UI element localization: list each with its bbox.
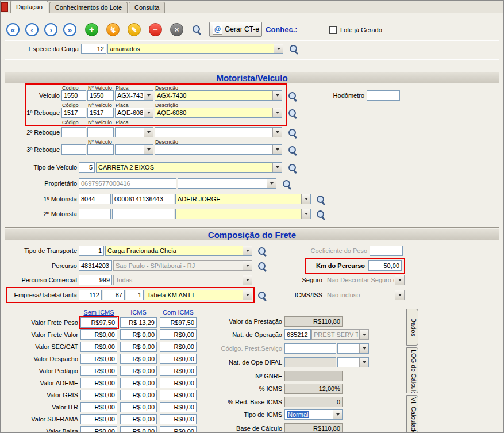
combo-arrow-icon[interactable]: [144, 128, 153, 137]
search-icon[interactable]: [316, 210, 326, 220]
tipo-transporte-codigo-field[interactable]: 1: [79, 246, 104, 256]
valor-sem-icms-field[interactable]: R$0,00: [80, 366, 117, 376]
valor-com-icms-field[interactable]: R$0,00: [160, 390, 197, 400]
combo-arrow-icon[interactable]: [272, 163, 282, 172]
valor-sem-icms-field[interactable]: R$97,50: [80, 317, 117, 328]
combo-arrow-icon[interactable]: [272, 108, 282, 117]
tipo-veiculo-combo[interactable]: CARRETA 2 EIXOS: [96, 162, 282, 173]
hodometro-field[interactable]: [367, 90, 400, 101]
nat-ope-difal-field[interactable]: [284, 357, 336, 367]
execute-button[interactable]: ↯: [106, 23, 120, 36]
valor-com-icms-field[interactable]: R$97,50: [160, 317, 197, 328]
reboque3-placa-combo[interactable]: [115, 144, 153, 155]
reboque2-placa-combo[interactable]: [115, 127, 153, 137]
valor-com-icms-field[interactable]: R$0,00: [160, 329, 197, 340]
motorista2-nome-combo[interactable]: [175, 209, 311, 219]
reboque2-numero-field[interactable]: [87, 127, 114, 137]
window-corner-button[interactable]: [1, 2, 8, 12]
valor-com-icms-field[interactable]: R$0,00: [160, 366, 197, 376]
motorista2-documento-field[interactable]: [112, 209, 174, 219]
nat-ope-difal-combo[interactable]: [337, 357, 369, 367]
nat-operacao-codigo-field[interactable]: 635212: [284, 329, 311, 340]
reboque1-placa-combo[interactable]: AQE-6080: [115, 108, 153, 118]
cancel-button[interactable]: ×: [170, 23, 183, 36]
percurso-comercial-codigo-field[interactable]: 999: [79, 275, 112, 285]
reboque2-descricao-combo[interactable]: [155, 127, 282, 137]
search-icon[interactable]: [192, 25, 202, 35]
search-icon[interactable]: [288, 91, 298, 101]
combo-arrow-icon[interactable]: [267, 179, 276, 188]
especie-carga-codigo-field[interactable]: 12: [81, 44, 106, 54]
tab-digitacao[interactable]: Digitação: [10, 1, 48, 13]
tipo-icms-combo[interactable]: Normal: [284, 409, 343, 420]
combo-arrow-icon[interactable]: [272, 145, 282, 154]
proprietario-combo[interactable]: [178, 178, 276, 189]
combo-arrow-icon[interactable]: [395, 290, 404, 300]
combo-arrow-icon[interactable]: [359, 358, 368, 367]
valor-sem-icms-field[interactable]: R$0,00: [80, 342, 117, 352]
valor-com-icms-field[interactable]: R$0,00: [160, 414, 197, 424]
edit-button[interactable]: ✎: [128, 23, 141, 36]
valor-sem-icms-field[interactable]: R$0,00: [80, 414, 117, 424]
icms-iss-combo[interactable]: Não incluso: [325, 290, 405, 300]
tarifa-field[interactable]: 1: [126, 290, 144, 300]
veiculo-placa-combo[interactable]: AGX-7430: [115, 90, 153, 101]
cod-prest-servico-combo[interactable]: [337, 343, 369, 354]
delete-button[interactable]: −: [149, 23, 162, 36]
tabela-field[interactable]: 87: [103, 290, 125, 300]
tab-conhecimentos-do-lote[interactable]: Conhecimentos do Lote: [49, 2, 128, 13]
combo-arrow-icon[interactable]: [301, 209, 310, 219]
tarifa-combo[interactable]: Tabela KM ANTT: [145, 290, 252, 300]
gerar-cte-button[interactable]: @ Gerar CT-e: [209, 22, 262, 37]
side-tab-log-calculo[interactable]: LOG do Cálculo: [406, 347, 418, 393]
valor-com-icms-field[interactable]: R$0,00: [160, 354, 197, 364]
km-percurso-field[interactable]: 50,00: [368, 260, 402, 271]
valor-sem-icms-field[interactable]: R$0,00: [80, 426, 117, 433]
nav-first-button[interactable]: «: [6, 23, 20, 36]
search-icon[interactable]: [289, 44, 299, 54]
lote-ja-gerado-checkbox[interactable]: [329, 26, 337, 34]
search-icon[interactable]: [316, 195, 326, 205]
valor-sem-icms-field[interactable]: R$0,00: [80, 378, 117, 388]
combo-arrow-icon[interactable]: [301, 194, 310, 204]
valor-com-icms-field[interactable]: R$0,00: [160, 402, 197, 412]
search-icon[interactable]: [257, 291, 267, 301]
search-icon[interactable]: [288, 145, 298, 155]
valor-com-icms-field[interactable]: R$0,00: [160, 378, 197, 388]
veiculo-codigo-field[interactable]: 1550: [61, 90, 86, 101]
combo-arrow-icon[interactable]: [395, 275, 404, 285]
valor-icms-field[interactable]: R$ 0,00: [120, 426, 157, 433]
motorista2-codigo-field[interactable]: [79, 209, 111, 219]
search-icon[interactable]: [257, 262, 267, 271]
reboque2-codigo-field[interactable]: [61, 127, 86, 137]
percurso-comercial-combo[interactable]: Todas: [113, 275, 252, 285]
search-icon[interactable]: [282, 179, 292, 189]
nav-prev-button[interactable]: ‹: [25, 23, 39, 36]
cod-prest-servico-field[interactable]: [284, 343, 336, 354]
percurso-combo[interactable]: Sao Paulo - SP/Itaborai - RJ: [113, 260, 252, 271]
coeficiente-peso-field[interactable]: [370, 246, 403, 256]
veiculo-descricao-combo[interactable]: AGX-7430: [155, 90, 282, 101]
combo-arrow-icon[interactable]: [144, 91, 153, 100]
reboque3-codigo-field[interactable]: [61, 144, 86, 155]
veiculo-numero-field[interactable]: 1550: [87, 90, 114, 101]
combo-arrow-icon[interactable]: [274, 44, 283, 53]
search-icon[interactable]: [288, 128, 298, 138]
combo-arrow-icon[interactable]: [243, 246, 252, 255]
reboque3-numero-field[interactable]: [87, 144, 114, 155]
motorista1-documento-field[interactable]: 00006141136443: [112, 194, 174, 204]
nat-operacao-combo[interactable]: PREST SERV TRANSI: [311, 329, 369, 340]
combo-arrow-icon[interactable]: [243, 261, 252, 270]
reboque1-codigo-field[interactable]: 1517: [61, 108, 86, 118]
valor-icms-field[interactable]: R$ 13,29: [120, 317, 157, 328]
valor-icms-field[interactable]: R$ 0,00: [120, 390, 157, 400]
valor-com-icms-field[interactable]: R$0,00: [160, 342, 197, 352]
percurso-codigo-field[interactable]: 48314203: [79, 260, 112, 271]
nav-last-button[interactable]: »: [63, 23, 76, 36]
tipo-veiculo-codigo-field[interactable]: 5: [79, 162, 95, 173]
motorista1-codigo-field[interactable]: 8044: [79, 194, 111, 204]
reboque3-descricao-combo[interactable]: [155, 144, 282, 155]
motorista1-nome-combo[interactable]: ADEIR JORGE: [175, 194, 311, 204]
combo-arrow-icon[interactable]: [144, 108, 153, 117]
tab-consulta[interactable]: Consulta: [129, 2, 165, 13]
